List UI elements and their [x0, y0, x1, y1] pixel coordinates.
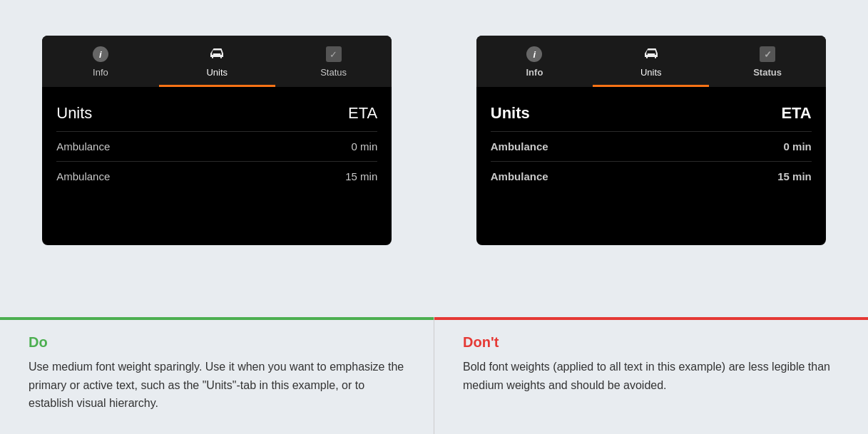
tab-info-dont[interactable]: i Info: [476, 36, 593, 87]
do-card: i Info Units ✓: [42, 36, 392, 245]
dont-description-text: Bold font weights (applied to all text i…: [463, 358, 839, 394]
do-row2-eta: 15 min: [345, 170, 377, 182]
tab-info-do[interactable]: i Info: [42, 36, 158, 87]
check-icon-dont: ✓: [757, 44, 777, 64]
tab-units-do[interactable]: Units: [159, 36, 275, 87]
info-icon-do: i: [91, 44, 111, 64]
table-row: Ambulance 0 min: [56, 131, 377, 161]
do-description-text: Use medium font weight sparingly. Use it…: [29, 358, 405, 413]
do-label: Do: [29, 334, 405, 351]
tab-status-do[interactable]: ✓ Status: [275, 36, 392, 87]
info-icon-dont: i: [524, 44, 544, 64]
do-col1-header: Units: [56, 104, 92, 123]
do-table-header: Units ETA: [56, 98, 377, 131]
do-tab-bar: i Info Units ✓: [42, 36, 392, 87]
tab-units-do-label: Units: [206, 67, 228, 78]
dont-bottom-panel: Don't Bold font weights (applied to all …: [434, 317, 868, 434]
bottom-section: Do Use medium font weight sparingly. Use…: [0, 317, 868, 434]
dont-tab-bar: i Info Units ✓: [476, 36, 826, 87]
table-row: Ambulance 15 min: [56, 161, 377, 191]
dont-row1-unit: Ambulance: [491, 140, 548, 153]
tab-status-dont[interactable]: ✓ Status: [709, 36, 825, 87]
dont-description-area: Don't Bold font weights (applied to all …: [434, 320, 868, 415]
do-row2-unit: Ambulance: [56, 170, 110, 182]
tab-status-do-label: Status: [320, 67, 347, 78]
table-row: Ambulance 15 min: [491, 161, 812, 191]
table-row: Ambulance 0 min: [491, 131, 812, 161]
do-bottom-panel: Do Use medium font weight sparingly. Use…: [0, 317, 434, 434]
tab-info-dont-label: Info: [526, 67, 543, 78]
dont-row2-unit: Ambulance: [491, 170, 548, 182]
do-row1-unit: Ambulance: [56, 140, 110, 153]
tab-units-dont[interactable]: Units: [593, 36, 709, 87]
check-icon-do: ✓: [324, 44, 344, 64]
do-row1-eta: 0 min: [352, 140, 378, 153]
do-description-area: Do Use medium font weight sparingly. Use…: [0, 320, 434, 434]
tab-status-dont-label: Status: [753, 67, 782, 78]
dont-col1-header: Units: [491, 104, 530, 123]
dont-card-content: Units ETA Ambulance 0 min Ambulance 15 m…: [476, 87, 826, 245]
car-icon-dont: [641, 44, 661, 64]
do-col2-header: ETA: [348, 104, 377, 123]
dont-col2-header: ETA: [781, 104, 811, 123]
dont-label: Don't: [463, 334, 839, 351]
do-card-content: Units ETA Ambulance 0 min Ambulance 15 m…: [42, 87, 392, 245]
tab-info-do-label: Info: [93, 67, 108, 78]
dont-table-header: Units ETA: [491, 98, 812, 131]
tab-units-dont-label: Units: [640, 67, 662, 78]
dont-row2-eta: 15 min: [777, 170, 812, 182]
car-icon-do: [207, 44, 227, 64]
dont-row1-eta: 0 min: [784, 140, 812, 153]
dont-card: i Info Units ✓: [476, 36, 826, 245]
